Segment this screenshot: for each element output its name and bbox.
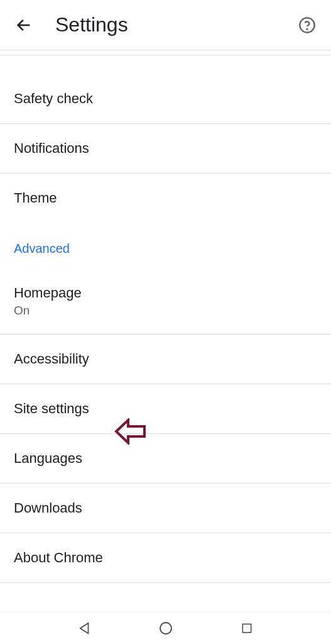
item-label: About Chrome [14, 550, 317, 566]
item-sublabel: On [14, 304, 317, 318]
help-button[interactable] [295, 13, 320, 38]
settings-item-notifications[interactable]: Notifications [0, 124, 331, 174]
settings-item-accessibility[interactable]: Accessibility [0, 335, 331, 384]
section-spacer [0, 55, 331, 74]
triangle-back-icon [78, 621, 92, 635]
item-label: Theme [14, 190, 317, 206]
android-nav-bar [0, 611, 331, 644]
nav-recent-button[interactable] [231, 616, 263, 641]
arrow-left-icon [15, 16, 33, 34]
svg-point-4 [160, 623, 171, 634]
settings-item-homepage[interactable]: Homepage On [0, 269, 331, 335]
settings-item-site-settings[interactable]: Site settings [0, 384, 331, 434]
help-icon [298, 16, 316, 34]
page-title: Settings [55, 13, 295, 36]
section-header-advanced: Advanced [0, 223, 331, 269]
settings-item-languages[interactable]: Languages [0, 434, 331, 484]
settings-item-theme[interactable]: Theme [0, 174, 331, 223]
nav-back-button[interactable] [69, 616, 100, 641]
back-button[interactable] [11, 13, 36, 38]
item-label: Safety check [14, 91, 317, 107]
svg-marker-3 [80, 623, 88, 633]
nav-home-button[interactable] [150, 616, 182, 641]
svg-point-2 [307, 28, 307, 29]
settings-item-downloads[interactable]: Downloads [0, 484, 331, 533]
svg-rect-5 [242, 624, 251, 632]
circle-home-icon [158, 621, 173, 636]
app-header: Settings [0, 0, 331, 50]
item-label: Downloads [14, 500, 317, 516]
partial-previous-item [0, 50, 331, 55]
item-label: Homepage [14, 285, 317, 301]
item-label: Notifications [14, 140, 317, 157]
item-label: Languages [14, 450, 317, 467]
square-recent-icon [241, 622, 253, 635]
settings-item-safety-check[interactable]: Safety check [0, 74, 331, 124]
settings-item-about-chrome[interactable]: About Chrome [0, 533, 331, 583]
item-label: Site settings [14, 401, 317, 417]
item-label: Accessibility [14, 351, 317, 367]
